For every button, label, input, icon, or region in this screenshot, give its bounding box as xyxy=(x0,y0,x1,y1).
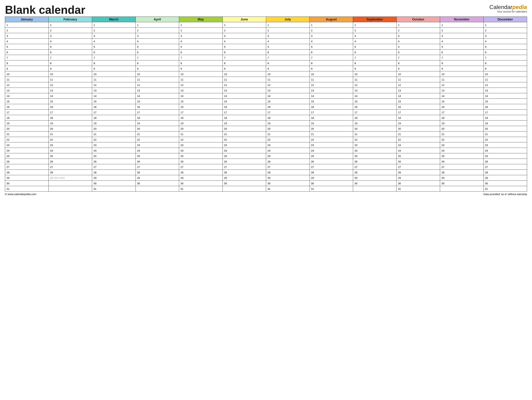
day-cell: 14 xyxy=(5,93,49,99)
day-cell: 2 xyxy=(222,28,266,33)
day-cell: 7 xyxy=(179,55,223,61)
day-cell: 10 xyxy=(135,71,179,77)
day-cell: 15 xyxy=(179,99,223,104)
day-cell: 27 xyxy=(135,164,179,170)
day-cell: 26 xyxy=(397,159,440,164)
day-cell: 28 xyxy=(353,170,397,175)
day-cell: 13 xyxy=(353,88,397,93)
day-cell: 10 xyxy=(266,71,310,77)
day-cell: 1 xyxy=(135,22,179,28)
day-cell: 9 xyxy=(222,66,266,71)
day-cell: 11 xyxy=(353,77,397,82)
day-cell: 19 xyxy=(310,121,353,126)
day-cell: 20 xyxy=(397,126,440,131)
day-cell: 23 xyxy=(440,142,484,148)
day-cell: 1 xyxy=(5,22,49,28)
day-cell: 2 xyxy=(266,28,310,33)
day-cell: 17 xyxy=(5,110,49,115)
day-cell: 17 xyxy=(135,110,179,115)
day-cell: 30 xyxy=(397,181,440,186)
day-cell xyxy=(135,186,179,191)
day-cell: 19 xyxy=(5,121,49,126)
day-cell: 1 xyxy=(310,22,353,28)
day-cell: 14 xyxy=(310,93,353,99)
day-cell: 16 xyxy=(92,104,136,110)
day-cell: 9 xyxy=(49,66,92,71)
page-title: Blank calendar xyxy=(5,4,85,16)
day-cell: 10 xyxy=(310,71,353,77)
day-cell: 8 xyxy=(440,61,484,66)
month-header-august: August xyxy=(310,17,353,22)
day-cell: 23 xyxy=(266,142,310,148)
day-cell: 23 xyxy=(135,142,179,148)
day-cell: 12 xyxy=(49,82,92,88)
day-cell: 5 xyxy=(135,44,179,49)
day-cell: 4 xyxy=(440,39,484,44)
day-cell: 6 xyxy=(135,49,179,55)
day-row: 141414141414141414141414 xyxy=(5,93,527,99)
day-cell: 2 xyxy=(353,28,397,33)
day-cell: 25 xyxy=(49,153,92,159)
day-cell: 13 xyxy=(135,88,179,93)
day-cell: 15 xyxy=(49,99,92,104)
day-cell: 20 xyxy=(92,126,136,131)
day-cell: 21 xyxy=(49,131,92,137)
day-cell: 27 xyxy=(179,164,223,170)
day-cell: 26 xyxy=(440,159,484,164)
day-cell: 6 xyxy=(397,49,440,55)
day-cell: 14 xyxy=(179,93,223,99)
day-cell: 5 xyxy=(222,44,266,49)
day-cell: 16 xyxy=(310,104,353,110)
day-cell: 7 xyxy=(353,55,397,61)
day-cell: 30 xyxy=(5,181,49,186)
day-cell: 30 xyxy=(222,181,266,186)
day-cell: 11 xyxy=(310,77,353,82)
month-header-september: September xyxy=(353,17,397,22)
day-cell: 22 xyxy=(92,137,136,142)
day-row: 191919191919191919191919 xyxy=(5,121,527,126)
leap-day-number: 29 xyxy=(50,176,54,179)
day-cell: 24 xyxy=(5,148,49,153)
day-cell: 28 xyxy=(310,170,353,175)
day-row: 101010101010101010101010 xyxy=(5,71,527,77)
day-cell: 3 xyxy=(440,33,484,39)
day-cell: 7 xyxy=(397,55,440,61)
day-cell: 9 xyxy=(135,66,179,71)
day-cell xyxy=(49,186,92,191)
day-cell: 12 xyxy=(483,82,527,88)
day-cell: 23 xyxy=(49,142,92,148)
month-header-july: July xyxy=(266,17,310,22)
day-cell: 24 xyxy=(179,148,223,153)
day-cell: 6 xyxy=(5,49,49,55)
day-cell: 20 xyxy=(310,126,353,131)
day-cell: 13 xyxy=(310,88,353,93)
day-cell: 20 xyxy=(179,126,223,131)
day-cell: 21 xyxy=(5,131,49,137)
day-cell: 7 xyxy=(310,55,353,61)
day-cell: 26 xyxy=(483,159,527,164)
day-cell: 6 xyxy=(49,49,92,55)
day-cell: 12 xyxy=(135,82,179,88)
day-cell: 12 xyxy=(310,82,353,88)
header: Blank calendar Calendarpedia Your source… xyxy=(5,4,527,16)
day-cell: 2 xyxy=(440,28,484,33)
day-cell: 9 xyxy=(310,66,353,71)
day-cell: 14 xyxy=(397,93,440,99)
day-cell: 18 xyxy=(483,115,527,121)
day-cell: 2 xyxy=(135,28,179,33)
day-cell: 20 xyxy=(440,126,484,131)
day-cell: 17 xyxy=(222,110,266,115)
day-row: 121212121212121212121212 xyxy=(5,82,527,88)
day-cell: 25 xyxy=(92,153,136,159)
day-cell: 22 xyxy=(49,137,92,142)
day-cell: 18 xyxy=(135,115,179,121)
day-cell: 10 xyxy=(179,71,223,77)
day-cell: 2 xyxy=(310,28,353,33)
leap-day-note: (2016, 2020) xyxy=(54,177,65,179)
day-cell xyxy=(353,186,397,191)
day-cell: 19 xyxy=(179,121,223,126)
day-cell: 31 xyxy=(266,186,310,191)
day-row: 666666666666 xyxy=(5,49,527,55)
day-cell: 1 xyxy=(440,22,484,28)
day-cell: 27 xyxy=(49,164,92,170)
